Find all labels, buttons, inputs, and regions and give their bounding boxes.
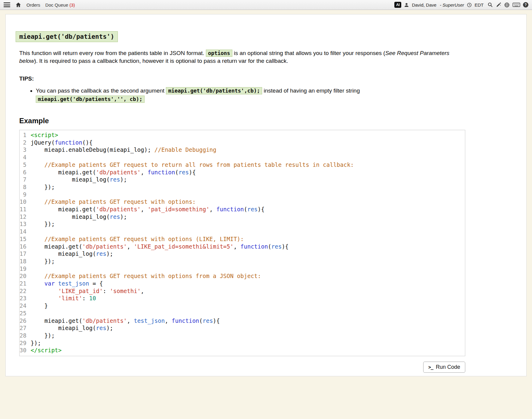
code-text: jQuery(function(){	[29, 139, 93, 146]
text-segment: You can pass the callback as the second …	[36, 87, 166, 94]
home-icon[interactable]	[15, 2, 21, 8]
code-text: </script>	[29, 347, 62, 354]
line-number: 4	[20, 154, 29, 161]
code-line: 22 'LIKE_pat_id': 'somethi',	[20, 287, 465, 295]
menu-icon[interactable]	[4, 2, 10, 7]
code-line: 19	[20, 265, 465, 273]
code-line: 26 mieapi.get('db/patients', test_json, …	[20, 317, 465, 325]
line-number: 17	[20, 250, 29, 258]
tips-list: You can pass the callback as the second …	[19, 87, 458, 103]
globe-icon[interactable]	[504, 2, 510, 8]
line-number: 13	[20, 220, 29, 228]
code-line: 2jQuery(function(){	[20, 139, 465, 146]
inline-code: options	[206, 50, 232, 57]
line-number: 6	[20, 169, 29, 176]
code-text	[29, 265, 34, 273]
code-text: });	[29, 183, 55, 191]
code-line: 7 mieapi_log(res);	[20, 176, 465, 183]
code-text: mieapi_log(res);	[29, 176, 127, 183]
code-editor[interactable]: 1<script>2jQuery(function(){3 mieapi.ena…	[19, 130, 465, 356]
code-text: mieapi.enableDebug(mieapi_log); //Enable…	[29, 146, 216, 154]
line-number: 29	[20, 339, 29, 347]
search-icon[interactable]	[488, 2, 493, 8]
code-line: 30</script>	[20, 347, 465, 354]
code-text: mieapi.get('db/patients', 'pat_id=someth…	[29, 206, 264, 213]
nav-doc-queue[interactable]: Doc Queue (3)	[45, 2, 75, 8]
inline-code: mieapi.get('db/patients',cb);	[166, 87, 262, 94]
code-line: 13 });	[20, 220, 465, 228]
line-number: 14	[20, 228, 29, 235]
line-number: 23	[20, 295, 29, 302]
code-text: mieapi_log(res);	[29, 250, 113, 258]
code-line: 28 });	[20, 332, 465, 339]
code-text: //Example patients GET request with opti…	[29, 272, 261, 280]
clock-icon[interactable]	[467, 2, 472, 8]
code-text: <script>	[29, 131, 58, 139]
line-number: 21	[20, 280, 29, 287]
run-code-label: Run Code	[436, 364, 460, 370]
user-name[interactable]: David, Dave	[412, 2, 436, 8]
intro-paragraph: This function will return every row from…	[19, 49, 468, 65]
code-line: 24 }	[20, 302, 465, 310]
keyboard-icon[interactable]	[512, 2, 520, 8]
run-code-button[interactable]: >_ Run Code	[423, 362, 465, 373]
text-segment: This function will return every row from…	[19, 50, 206, 56]
doc-queue-count: (3)	[69, 2, 75, 8]
code-text	[29, 310, 34, 317]
line-number: 27	[20, 324, 29, 332]
timezone-label[interactable]: EDT	[475, 2, 484, 8]
code-text: mieapi.get('db/patients', test_json, fun…	[29, 317, 220, 325]
line-number: 8	[20, 183, 29, 191]
line-number: 20	[20, 272, 29, 280]
code-line: 15 //Example patients GET request with o…	[20, 235, 465, 243]
code-line: 10 //Example patients GET request with o…	[20, 198, 465, 206]
code-line: 12 mieapi_log(res);	[20, 213, 465, 221]
line-number: 15	[20, 235, 29, 243]
code-text: });	[29, 220, 55, 228]
code-line: 25	[20, 310, 465, 317]
line-number: 1	[20, 131, 29, 139]
code-line: 20 //Example patients GET request with o…	[20, 272, 465, 280]
code-line: 17 mieapi_log(res);	[20, 250, 465, 258]
example-heading: Example	[19, 117, 473, 125]
user-icon	[404, 2, 409, 8]
content-card: mieapi.get('db/patients') This function …	[5, 14, 527, 376]
page-title: mieapi.get('db/patients')	[16, 31, 118, 42]
code-text	[29, 228, 34, 235]
text-segment: instead of having an empty filter string	[262, 87, 360, 94]
code-line: 18 });	[20, 258, 465, 265]
code-line: 1<script>	[20, 131, 465, 139]
code-line: 29});	[20, 339, 465, 347]
code-text: mieapi_log(res);	[29, 324, 113, 332]
inline-code: mieapi.get('db/patients','', cb);	[36, 96, 145, 103]
code-line: 16 mieapi.get('db/patients', 'LIKE_pat_i…	[20, 243, 465, 250]
line-number: 25	[20, 310, 29, 317]
line-number: 11	[20, 206, 29, 213]
code-text: mieapi.get('db/patients', 'LIKE_pat_id=s…	[29, 243, 289, 250]
line-number: 7	[20, 176, 29, 183]
line-number: 26	[20, 317, 29, 325]
code-line: 9	[20, 191, 465, 198]
line-number: 3	[20, 146, 29, 154]
code-line: 8 });	[20, 183, 465, 191]
code-text: });	[29, 339, 41, 347]
code-text: var test_json = {	[29, 280, 103, 287]
help-icon[interactable]: ?	[523, 2, 528, 8]
code-text: //Example patients GET request with opti…	[29, 198, 196, 206]
ai-assistant-icon[interactable]: AI	[394, 2, 401, 8]
code-text	[29, 154, 34, 161]
code-text: 'LIKE_pat_id': 'somethi',	[29, 287, 144, 295]
code-text: 'limit': 10	[29, 295, 96, 302]
code-text: //Example patients GET request with opti…	[29, 235, 244, 243]
code-line: 14	[20, 228, 465, 235]
text-segment: ). It is required to pass a callback fun…	[34, 58, 288, 64]
code-line: 11 mieapi.get('db/patients', 'pat_id=som…	[20, 206, 465, 213]
line-number: 2	[20, 139, 29, 146]
text-segment: is an optional string that allows you to…	[232, 50, 385, 56]
doc-queue-label: Doc Queue	[45, 2, 68, 8]
code-text: mieapi_log(res);	[29, 213, 127, 221]
edit-pencil-icon[interactable]	[496, 2, 501, 8]
nav-orders[interactable]: Orders	[26, 2, 40, 8]
code-text: }	[29, 302, 48, 310]
code-line: 6 mieapi.get('db/patients', function(res…	[20, 169, 465, 176]
